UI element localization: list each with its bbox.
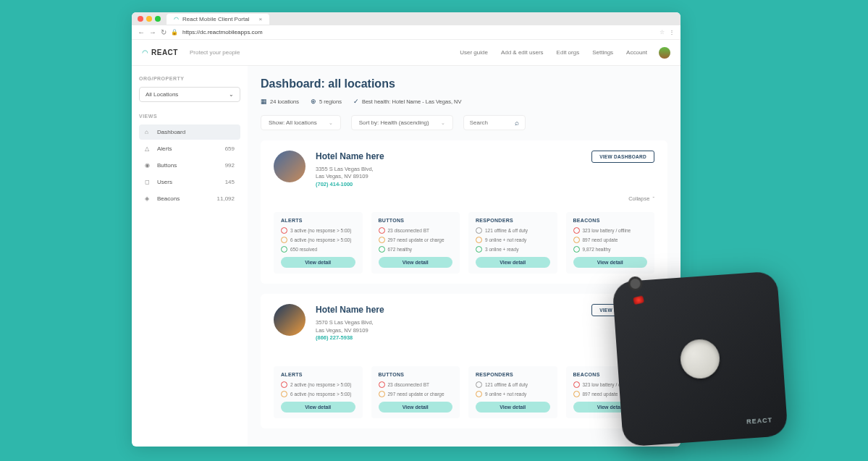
org-select[interactable]: All Locations ⌄ bbox=[139, 87, 240, 102]
sidebar-item-count: 659 bbox=[225, 145, 235, 152]
buttons-icon: ◉ bbox=[145, 162, 152, 169]
nav-add-users[interactable]: Add & edit users bbox=[501, 49, 544, 56]
status-icon bbox=[573, 391, 580, 397]
view-detail-button[interactable]: View detail bbox=[476, 402, 550, 413]
org-section-label: ORG/PROPERTY bbox=[139, 76, 240, 81]
sidebar-item-users[interactable]: ◻Users145 bbox=[139, 174, 240, 190]
tab-title: React Mobile Client Portal bbox=[182, 16, 249, 22]
metric-alerts: ALERTS3 active (no response > 5:00)6 act… bbox=[274, 212, 363, 274]
location-address2: Las Vegas, NV 89109 bbox=[316, 173, 581, 181]
close-icon[interactable] bbox=[138, 16, 143, 22]
avatar[interactable] bbox=[659, 47, 670, 59]
metric-row: 3 active (no response > 5:00) bbox=[281, 227, 355, 234]
users-icon: ◻ bbox=[145, 179, 152, 185]
view-detail-button[interactable]: View detail bbox=[476, 257, 550, 268]
minimize-icon[interactable] bbox=[146, 16, 152, 22]
location-address: 3355 S Las Vegas Blvd, bbox=[316, 166, 581, 174]
alerts-icon: △ bbox=[145, 145, 152, 152]
nav-account[interactable]: Account bbox=[626, 49, 647, 56]
filter-row: Show: All locations⌄ Sort by: Health (as… bbox=[261, 115, 667, 130]
metric-title: RESPONDERS bbox=[476, 372, 550, 377]
metric-alerts: ALERTS2 active (no response > 5:00)6 act… bbox=[274, 366, 363, 418]
stat-locations: ▦24 locations bbox=[261, 98, 299, 105]
device-led-icon bbox=[633, 295, 644, 305]
status-icon bbox=[476, 381, 482, 388]
view-detail-button[interactable]: View detail bbox=[281, 257, 355, 268]
search-input[interactable] bbox=[470, 119, 510, 126]
metric-row: 2 active (no response > 5:00) bbox=[281, 381, 355, 388]
globe-icon: ⊕ bbox=[311, 98, 316, 105]
metric-row: 23 disconnected BT bbox=[379, 381, 453, 388]
logo[interactable]: ◠ REACT bbox=[142, 48, 178, 56]
view-detail-button[interactable]: View detail bbox=[379, 257, 453, 268]
window-controls[interactable] bbox=[138, 16, 161, 22]
nav-settings[interactable]: Settings bbox=[592, 49, 613, 56]
view-detail-button[interactable]: View detail bbox=[281, 402, 355, 413]
view-detail-button[interactable]: View detail bbox=[573, 257, 648, 268]
sidebar-item-beacons[interactable]: ◈Beacons11,092 bbox=[139, 191, 240, 206]
metric-row: 9 online + not ready bbox=[476, 391, 550, 397]
status-icon bbox=[281, 381, 287, 388]
status-icon bbox=[476, 246, 482, 253]
location-phone[interactable]: (866) 227-5938 bbox=[316, 334, 581, 342]
chevron-down-icon: ⌄ bbox=[229, 91, 234, 98]
status-icon bbox=[379, 237, 385, 243]
status-icon bbox=[476, 227, 482, 234]
search-box[interactable]: ⌕ bbox=[463, 115, 526, 130]
back-icon[interactable]: ← bbox=[138, 28, 145, 36]
location-image bbox=[274, 304, 306, 336]
metric-title: ALERTS bbox=[281, 372, 355, 377]
location-phone[interactable]: (702) 414-1000 bbox=[316, 181, 581, 189]
sidebar: ORG/PROPERTY All Locations ⌄ VIEWS ⌂Dash… bbox=[132, 66, 248, 447]
status-icon bbox=[379, 391, 385, 397]
location-name: Hotel Name here bbox=[316, 304, 581, 316]
org-select-value: All Locations bbox=[146, 91, 178, 98]
metric-row: 9 online + not ready bbox=[476, 237, 550, 243]
browser-menu-icon[interactable]: ⋮ bbox=[669, 29, 675, 35]
metric-row: 6 active (no response > 5:00) bbox=[281, 237, 355, 243]
metric-buttons: BUTTONS23 disconnected BT297 need update… bbox=[371, 366, 460, 418]
building-icon: ▦ bbox=[261, 98, 267, 105]
browser-tab[interactable]: ◠ React Mobile Client Portal × bbox=[167, 14, 269, 25]
collapse-toggle[interactable]: Collapse ˆ bbox=[274, 195, 654, 202]
bookmark-icon[interactable]: ☆ bbox=[660, 29, 665, 35]
beacons-icon: ◈ bbox=[145, 195, 152, 202]
sidebar-item-dashboard[interactable]: ⌂Dashboard bbox=[139, 124, 240, 140]
filter-show-select[interactable]: Show: All locations⌄ bbox=[261, 115, 341, 130]
forward-icon[interactable]: → bbox=[149, 28, 156, 36]
metric-row: 897 need update bbox=[573, 237, 648, 243]
metric-row: 297 need update or charge bbox=[379, 391, 453, 397]
stat-best-health: ✓Best health: Hotel Name - Las Vegas, NV bbox=[353, 98, 462, 105]
sidebar-item-buttons[interactable]: ◉Buttons992 bbox=[139, 158, 240, 173]
metric-row: 3 online + ready bbox=[476, 246, 550, 253]
url-text[interactable]: https://dc.reactmobileapps.com bbox=[182, 29, 655, 35]
maximize-icon[interactable] bbox=[155, 16, 161, 22]
filter-sort-select[interactable]: Sort by: Health (ascending)⌄ bbox=[351, 115, 453, 130]
nav-user-guide[interactable]: User guide bbox=[460, 49, 488, 56]
view-detail-button[interactable]: View detail bbox=[379, 402, 453, 413]
metric-row: 650 resolved bbox=[281, 246, 355, 253]
status-icon bbox=[476, 237, 482, 243]
metric-responders: RESPONDERS121 offline & off duty9 online… bbox=[468, 366, 557, 418]
nav-edit-orgs[interactable]: Edit orgs bbox=[557, 49, 580, 56]
status-icon bbox=[379, 381, 385, 388]
status-icon bbox=[573, 227, 580, 234]
status-icon bbox=[379, 227, 385, 234]
metric-row: 672 healthy bbox=[379, 246, 453, 253]
tagline: Protect your people bbox=[190, 49, 240, 56]
metric-row: 6 active (no response > 5:00) bbox=[281, 391, 355, 397]
metric-responders: RESPONDERS121 offline & off duty9 online… bbox=[468, 212, 557, 274]
collapse-toggle[interactable]: Collapse ˆ bbox=[274, 350, 654, 356]
stats-row: ▦24 locations ⊕5 regions ✓Best health: H… bbox=[261, 98, 667, 105]
view-dashboard-button[interactable]: VIEW DASHBOARD bbox=[591, 151, 654, 163]
logo-icon: ◠ bbox=[142, 48, 148, 56]
reload-icon[interactable]: ↻ bbox=[161, 28, 167, 36]
sidebar-item-alerts[interactable]: △Alerts659 bbox=[139, 141, 240, 156]
status-icon bbox=[281, 227, 287, 234]
status-icon bbox=[281, 391, 287, 397]
app-header: ◠ REACT Protect your people User guide A… bbox=[132, 40, 681, 66]
device-button bbox=[679, 338, 721, 380]
tab-bar: ◠ React Mobile Client Portal × bbox=[132, 12, 681, 25]
search-icon[interactable]: ⌕ bbox=[515, 119, 519, 127]
close-tab-icon[interactable]: × bbox=[258, 16, 262, 22]
